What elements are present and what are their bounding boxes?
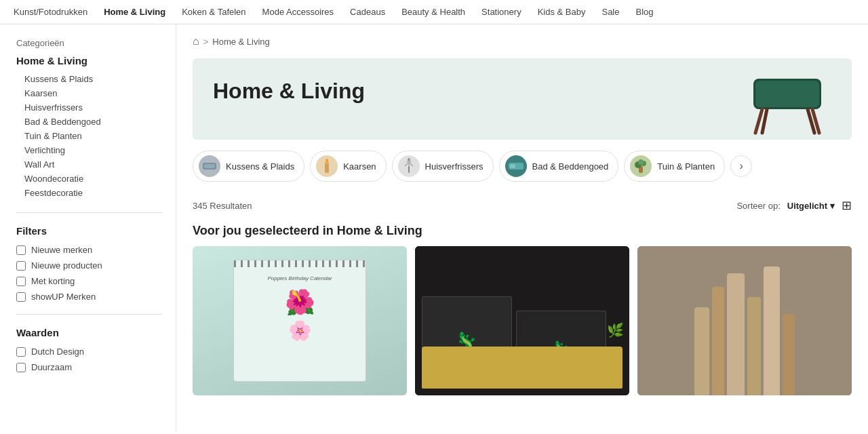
- product-card-3[interactable]: [637, 246, 852, 395]
- sort-area: Sorteer op: Uitgelicht ▾ ⊞: [736, 198, 852, 213]
- chip-icon-bad: [505, 155, 527, 177]
- sidebar-item-woondecoratie[interactable]: Woondecoratie: [16, 172, 162, 186]
- grid-view-icon[interactable]: ⊞: [842, 198, 852, 213]
- chip-label-bad: Bad & Beddengoed: [532, 161, 609, 172]
- breadcrumb-current: Home & Living: [212, 37, 270, 47]
- chip-icon-tuin: [630, 155, 652, 177]
- filters-title: Filters: [16, 225, 162, 237]
- product-card-2[interactable]: 🦎 🦎 🌿: [415, 246, 629, 395]
- results-bar: 345 Resultaten Sorteer op: Uitgelicht ▾ …: [176, 193, 868, 221]
- chip-icon-kaarsen: [316, 155, 338, 177]
- filter-showup-merken[interactable]: showUP Merken: [16, 292, 162, 302]
- svg-point-10: [326, 159, 328, 163]
- filter-duurzaam[interactable]: Duurzaam: [16, 362, 162, 372]
- statue-1: [694, 307, 709, 395]
- sidebar-item-kaarsen[interactable]: Kaarsen: [16, 86, 162, 100]
- sidebar: Categorieën Home & Living Kussens & Plai…: [0, 24, 176, 431]
- svg-rect-20: [510, 164, 515, 168]
- results-count: 345 Resultaten: [193, 201, 252, 211]
- sidebar-item-feestdecoratie[interactable]: Feestdecoratie: [16, 186, 162, 200]
- nav-item-mode[interactable]: Mode Accessoires: [262, 7, 334, 17]
- banner-stool-image: [743, 65, 831, 140]
- category-banner: Home & Living: [193, 58, 852, 140]
- banner-title: Home & Living: [213, 79, 831, 104]
- art-sofa: [422, 347, 623, 389]
- chip-label-huisv: Huisverfrissers: [425, 161, 484, 172]
- chip-huisverfrissers[interactable]: Huisverfrissers: [392, 151, 494, 182]
- statue-2: [712, 287, 724, 395]
- chip-label-kussens: Kussens & Plaids: [226, 161, 294, 172]
- home-icon[interactable]: ⌂: [193, 35, 199, 47]
- nav-item-cadeaus[interactable]: Cadeaus: [350, 7, 385, 17]
- sort-chevron-icon: ▾: [830, 201, 835, 211]
- sidebar-divider-2: [16, 314, 162, 315]
- chip-kussens-plaids[interactable]: Kussens & Plaids: [193, 151, 304, 182]
- svg-rect-8: [325, 162, 329, 173]
- sidebar-item-kussens[interactable]: Kussens & Plaids: [16, 72, 162, 86]
- sort-select[interactable]: Uitgelicht ▾: [787, 201, 835, 211]
- chips-next-button[interactable]: ›: [730, 155, 752, 177]
- nav-item-home-living[interactable]: Home & Living: [104, 7, 165, 17]
- svg-line-2: [755, 109, 762, 133]
- statue-6: [783, 314, 795, 395]
- waarden-title: Waarden: [16, 327, 162, 338]
- main-layout: Categorieën Home & Living Kussens & Plai…: [0, 24, 868, 431]
- statue-4: [747, 297, 761, 395]
- main-category-label[interactable]: Home & Living: [16, 55, 162, 66]
- svg-rect-1: [755, 81, 819, 107]
- svg-line-12: [405, 162, 409, 166]
- filter-checkbox-duurzaam[interactable]: [16, 363, 26, 372]
- svg-rect-11: [408, 166, 410, 173]
- svg-point-24: [638, 159, 644, 165]
- filter-checkbox-dutch-design[interactable]: [16, 347, 26, 357]
- svg-rect-7: [204, 164, 215, 168]
- art-plant: 🌿: [607, 322, 624, 338]
- chip-bad-beddengoed[interactable]: Bad & Beddengoed: [499, 151, 619, 182]
- sidebar-item-verlichting[interactable]: Verlichting: [16, 143, 162, 157]
- breadcrumb-separator: >: [203, 37, 209, 47]
- filter-nieuwe-producten[interactable]: Nieuwe producten: [16, 260, 162, 271]
- chip-label-tuin: Tuin & Planten: [657, 161, 715, 172]
- nav-item-sale[interactable]: Sale: [601, 7, 619, 17]
- nav-item-beauty[interactable]: Beauty & Health: [401, 7, 465, 17]
- product-grid: Poppies Birthday Calendar 🌺 🌸 🦎 🦎 🌿: [176, 246, 868, 395]
- product-image-3: [637, 246, 852, 395]
- statue-3: [727, 273, 745, 395]
- chip-icon-kussens: [199, 155, 220, 177]
- filter-checkbox-nieuwe-merken[interactable]: [16, 245, 26, 255]
- product-image-2: 🦎 🦎 🌿: [415, 246, 629, 395]
- filter-dutch-design[interactable]: Dutch Design: [16, 347, 162, 357]
- sort-value: Uitgelicht: [787, 201, 827, 211]
- filter-met-korting[interactable]: Met korting: [16, 276, 162, 286]
- svg-line-14: [409, 162, 413, 166]
- category-chips: Kussens & Plaids Kaarsen: [176, 140, 868, 193]
- filter-checkbox-nieuwe-producten[interactable]: [16, 261, 26, 271]
- top-navigation: Kunst/Fotodrukken Home & Living Koken & …: [0, 0, 868, 24]
- sidebar-divider-1: [16, 212, 162, 213]
- filter-nieuwe-merken[interactable]: Nieuwe merken: [16, 245, 162, 255]
- sidebar-item-wallart[interactable]: Wall Art: [16, 157, 162, 172]
- sidebar-item-tuin[interactable]: Tuin & Planten: [16, 129, 162, 143]
- chip-icon-huisv: [398, 155, 420, 177]
- filter-checkbox-showup-merken[interactable]: [16, 292, 26, 302]
- chip-kaarsen[interactable]: Kaarsen: [310, 151, 386, 182]
- chip-tuin-planten[interactable]: Tuin & Planten: [624, 151, 725, 182]
- nav-item-kunst[interactable]: Kunst/Fotodrukken: [14, 7, 87, 17]
- nav-item-kids[interactable]: Kids & Baby: [538, 7, 586, 17]
- product-image-1: Poppies Birthday Calendar 🌺 🌸: [193, 246, 407, 395]
- statue-5: [764, 267, 780, 395]
- sidebar-item-huisverfrissers[interactable]: Huisverfrissers: [16, 100, 162, 115]
- svg-point-18: [408, 158, 410, 161]
- chip-label-kaarsen: Kaarsen: [343, 161, 376, 172]
- sidebar-sub-items: Kussens & Plaids Kaarsen Huisverfrissers…: [16, 72, 162, 200]
- section-title: Voor jou geselecteerd in Home & Living: [176, 221, 868, 246]
- nav-item-stationery[interactable]: Stationery: [481, 7, 521, 17]
- sort-label: Sorteer op:: [736, 201, 780, 211]
- product-card-1[interactable]: Poppies Birthday Calendar 🌺 🌸: [193, 246, 407, 395]
- main-content: ⌂ > Home & Living Home & Living: [176, 24, 868, 431]
- breadcrumb: ⌂ > Home & Living: [176, 24, 868, 58]
- nav-item-koken[interactable]: Koken & Tafelen: [182, 7, 245, 17]
- nav-item-blog[interactable]: Blog: [636, 7, 654, 17]
- filter-checkbox-met-korting[interactable]: [16, 277, 26, 286]
- sidebar-item-bad[interactable]: Bad & Beddengoed: [16, 115, 162, 129]
